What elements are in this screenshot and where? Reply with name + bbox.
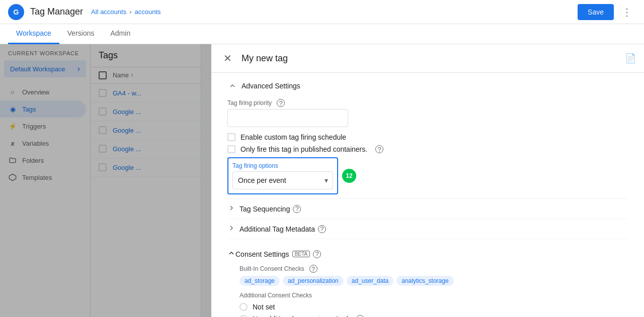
radio-no-additional-row[interactable]: No additional consent required ?: [239, 315, 628, 317]
only-fire-published-label: Only fire this tag in published containe…: [240, 145, 367, 153]
topbar-actions: Save ⋮: [578, 4, 636, 20]
only-fire-published-checkbox[interactable]: [227, 145, 235, 153]
save-button[interactable]: Save: [578, 4, 614, 20]
consent-chip: ad_personalization: [283, 276, 344, 286]
beta-badge: BETA: [292, 251, 310, 257]
modal-note-icon[interactable]: 📄: [625, 53, 636, 64]
consent-chip: analytics_storage: [396, 276, 453, 286]
additional-tag-metadata-help-icon[interactable]: ?: [318, 225, 326, 233]
topbar: G Tag Manager All accounts › accounts Sa…: [0, 0, 644, 24]
radio-not-set-row[interactable]: Not set: [239, 303, 628, 311]
tabbar: Workspace Versions Admin: [0, 24, 644, 44]
tag-sequencing-chevron: [227, 204, 235, 214]
enable-custom-schedule-row: Enable custom tag firing schedule: [227, 133, 628, 141]
enable-custom-schedule-label: Enable custom tag firing schedule: [240, 133, 346, 141]
radio-not-set-label: Not set: [253, 303, 275, 311]
modal-body: Advanced Settings Tag firing priority ?: [211, 73, 644, 317]
breadcrumb: All accounts › accounts: [91, 8, 160, 16]
tag-firing-options-section: Tag firing options Once per event Unlimi…: [227, 157, 338, 194]
breadcrumb-accounts[interactable]: accounts: [135, 8, 161, 16]
breadcrumb-sep1: ›: [129, 8, 131, 16]
consent-settings-title: Consent Settings: [235, 250, 289, 258]
consent-settings-help-icon[interactable]: ?: [313, 250, 321, 258]
modal-close-button[interactable]: ✕: [219, 50, 235, 66]
consent-chip: ad_storage: [239, 276, 280, 286]
modal-header: ✕ My new tag 📄: [211, 44, 644, 73]
additional-tag-metadata-row[interactable]: Additional Tag Metadata ?: [227, 219, 628, 239]
firing-options-label: Tag firing options: [232, 162, 333, 169]
additional-tag-metadata-chevron: [227, 224, 235, 234]
tag-sequencing-title: Tag Sequencing: [239, 205, 290, 213]
consent-chips: ad_storage ad_personalization ad_user_da…: [239, 276, 628, 286]
tag-firing-options-select-wrapper: Once per event Unlimited Once per page ▾: [232, 171, 333, 189]
additional-tag-metadata-title: Additional Tag Metadata: [239, 225, 315, 233]
built-in-label: Built-In Consent Checks ?: [239, 265, 628, 273]
advanced-settings-title: Advanced Settings: [242, 82, 300, 90]
app-title: Tag Manager: [30, 7, 83, 17]
tab-admin[interactable]: Admin: [102, 24, 138, 44]
tag-sequencing-row[interactable]: Tag Sequencing ?: [227, 198, 628, 219]
more-button[interactable]: ⋮: [618, 4, 636, 20]
consent-settings-section: Consent Settings BETA ? Built-In Consent…: [227, 239, 628, 317]
main-layout: Current Workspace Default Workspace › ○ …: [0, 44, 644, 317]
only-fire-published-help-icon[interactable]: ?: [375, 145, 383, 153]
radio-no-additional-label: No additional consent required: [253, 315, 348, 317]
modal-overlay: ✕ My new tag 📄 Advanced Settings: [0, 44, 644, 317]
enable-custom-schedule-checkbox[interactable]: [227, 133, 235, 141]
advanced-settings-section: Advanced Settings Tag firing priority ?: [227, 73, 628, 198]
step-badge-12: 12: [342, 169, 356, 183]
consent-settings-header[interactable]: Consent Settings BETA ?: [227, 243, 628, 265]
modal-tag-name: My new tag: [242, 53, 619, 64]
consent-settings-content: Built-In Consent Checks ? ad_storage ad_…: [227, 265, 628, 317]
consent-chip: ad_user_data: [347, 276, 393, 286]
consent-settings-chevron: [227, 249, 235, 259]
breadcrumb-all-accounts[interactable]: All accounts: [91, 8, 126, 16]
built-in-help-icon[interactable]: ?: [309, 265, 317, 273]
radio-not-set[interactable]: [239, 303, 248, 311]
tag-firing-options-select[interactable]: Once per event Unlimited Once per page: [232, 171, 333, 189]
modal: ✕ My new tag 📄 Advanced Settings: [211, 44, 644, 317]
app-logo: G: [8, 4, 24, 20]
firing-options-box: Tag firing options Once per event Unlimi…: [227, 157, 338, 194]
firing-priority-input[interactable]: [227, 109, 348, 127]
consent-title-row: Consent Settings BETA ?: [235, 250, 321, 258]
additional-consent-label: Additional Consent Checks: [239, 292, 628, 299]
firing-priority-row: Tag firing priority ?: [227, 99, 628, 127]
radio-no-additional[interactable]: [239, 315, 248, 317]
tab-versions[interactable]: Versions: [59, 24, 103, 44]
firing-priority-label: Tag firing priority ?: [227, 99, 628, 107]
advanced-settings-header[interactable]: Advanced Settings: [227, 73, 628, 99]
tag-sequencing-help-icon[interactable]: ?: [293, 205, 301, 213]
only-fire-published-row: Only fire this tag in published containe…: [227, 145, 628, 153]
advanced-settings-content: Tag firing priority ? Enable custom tag …: [227, 99, 628, 198]
firing-priority-help-icon[interactable]: ?: [277, 99, 285, 107]
advanced-settings-chevron: [227, 81, 237, 91]
tab-workspace[interactable]: Workspace: [8, 24, 59, 44]
no-additional-help-icon[interactable]: ?: [356, 315, 364, 317]
